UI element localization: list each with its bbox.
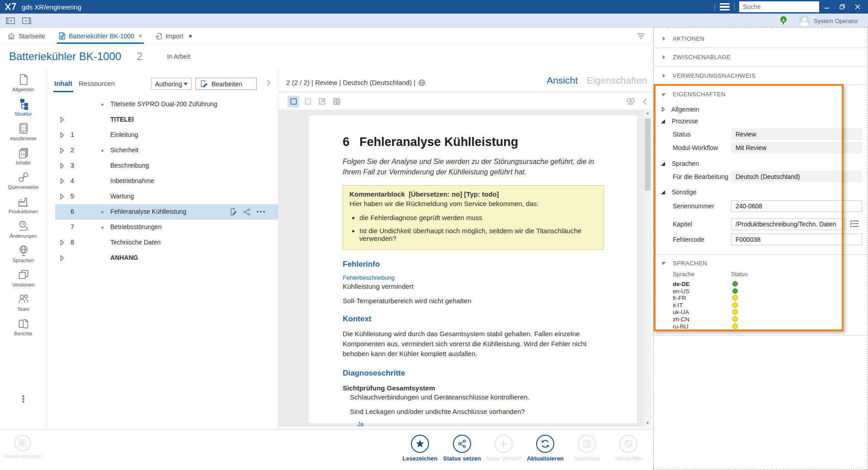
group-prozesse[interactable]: Prozesse — [654, 115, 868, 127]
speichern-button[interactable]: Speichern — [566, 435, 607, 462]
collapse-preview-icon[interactable] — [643, 98, 647, 105]
export-pdf-button[interactable] — [316, 96, 328, 108]
aktualisieren-button[interactable]: Aktualisieren — [525, 435, 566, 462]
group-allgemein[interactable]: Allgemein — [654, 103, 868, 115]
minimize-button[interactable] — [819, 0, 835, 14]
status-setzen-button[interactable]: Status setzen — [442, 435, 482, 462]
share-module-icon[interactable] — [243, 208, 250, 216]
doc-section-heading: Kontext — [343, 315, 604, 324]
language-row[interactable]: fr-FR — [654, 295, 868, 302]
section-zwischenablage[interactable]: ZWISCHENABLAGE — [654, 48, 868, 66]
tree-item[interactable]: 5 Wartung — [55, 189, 278, 204]
tab-import[interactable]: Import — [150, 28, 196, 44]
expand-icon[interactable] — [60, 163, 64, 169]
verwerfen-button[interactable]: Verwerfen — [608, 435, 649, 462]
fehlercode-input[interactable] — [731, 234, 862, 245]
sidebar-item-versionen[interactable]: Versionen — [0, 268, 47, 293]
group-sprachen[interactable]: Sprachen — [654, 158, 868, 169]
edit-button[interactable]: Bearbeiten — [195, 78, 257, 90]
expand-icon[interactable] — [60, 132, 64, 138]
edit-module-icon[interactable] — [230, 208, 237, 216]
close-button[interactable] — [850, 0, 865, 14]
language-row[interactable]: uk-UA — [654, 309, 868, 316]
user-name: System Operator — [814, 18, 858, 24]
expand-icon[interactable] — [60, 255, 64, 261]
tree-item[interactable]: 8 Technische Daten — [55, 235, 278, 250]
tree-item[interactable]: 1 Einleitung — [55, 127, 278, 143]
sidebar-item-produktionen[interactable]: Produktionen — [0, 195, 47, 220]
section-verwendungsnachweis[interactable]: VERWENDUNGSNACHWEIS — [654, 66, 868, 85]
link-icon — [17, 171, 30, 183]
tree-item[interactable]: 7 Betriebsstörungen — [55, 220, 278, 235]
sidebar-more-icon[interactable]: ••• — [22, 395, 25, 403]
plus-icon — [495, 435, 513, 453]
language-row[interactable]: ru-RU — [654, 323, 868, 330]
view-outline-button[interactable] — [302, 96, 314, 108]
expand-icon[interactable] — [60, 117, 64, 123]
language-row[interactable]: de-DE — [654, 281, 868, 288]
tree-item[interactable]: TITELEI — [55, 112, 278, 127]
section-eigenschaften[interactable]: EIGENSCHAFTEN — [654, 85, 868, 103]
sidebar-item-berichte[interactable]: Berichte — [0, 317, 47, 342]
sidebar-item-inhalte[interactable]: Inhalte — [0, 146, 47, 171]
save-icon — [578, 435, 596, 453]
tree-item[interactable]: 3 Beschreibung — [55, 158, 278, 174]
tree-item[interactable]: 4 Inbetriebnahme — [55, 174, 278, 189]
tree-sync-icon[interactable] — [779, 16, 788, 26]
group-sonstige[interactable]: Sonstige — [654, 186, 868, 198]
sidebar-item-easybrowse[interactable]: ? easybrowse — [0, 122, 47, 146]
user-avatar[interactable] — [799, 15, 810, 27]
sidebar-item-sprachen[interactable]: Sprachen — [0, 244, 47, 268]
collapse-tree-icon[interactable] — [267, 80, 270, 86]
sidebar-item-team[interactable]: Team — [0, 293, 47, 317]
sidebar-item-allgemein[interactable]: Allgemein — [0, 73, 47, 98]
neue-version-button[interactable]: Neue Version — [483, 435, 524, 462]
restore-button[interactable] — [835, 0, 850, 14]
scroll-down-icon[interactable]: ▼ — [644, 419, 651, 427]
tree-item[interactable]: Titelseite SYPRO Dual-200 Zuführung — [55, 97, 278, 112]
tree-item[interactable]: ANHANG — [55, 250, 278, 266]
expand-icon[interactable] — [60, 240, 64, 246]
expand-icon[interactable] — [60, 147, 64, 154]
tab-eigenschaften[interactable]: Eigenschaften — [587, 75, 647, 85]
collapse-right-panel-icon[interactable] — [21, 16, 33, 26]
menu-icon[interactable] — [720, 3, 730, 10]
tab-startseite[interactable]: Startseite — [3, 28, 50, 44]
language-row[interactable]: zh-CN — [654, 316, 868, 323]
section-aktionen[interactable]: AKTIONEN — [654, 29, 868, 47]
sidebar-item-querverweise[interactable]: Querverweise — [0, 171, 47, 195]
expand-icon[interactable] — [60, 193, 64, 200]
preview-language-button[interactable] — [331, 96, 343, 108]
language-row[interactable]: it-IT — [654, 302, 868, 309]
preview-scrollbar[interactable]: ▲ ▼ — [644, 109, 651, 427]
scrollbar-thumb[interactable] — [645, 118, 651, 191]
view-single-page-button[interactable] — [288, 96, 299, 108]
sidebar-item-struktur[interactable]: Struktur — [0, 98, 47, 122]
close-tab-icon[interactable]: × — [139, 33, 142, 39]
tab-inhalt[interactable]: Inhalt — [53, 80, 73, 92]
mode-dropdown[interactable]: Authoring — [151, 78, 192, 90]
language-row[interactable]: en-US — [654, 288, 868, 295]
section-sprachen-status[interactable]: SPRACHEN — [654, 255, 868, 271]
module-erzeugen-button[interactable]: Module erzeugen — [2, 435, 43, 459]
expand-icon[interactable] — [60, 178, 64, 184]
spellcheck-icon[interactable]: ABC — [626, 98, 636, 105]
kapitel-picker-icon[interactable] — [849, 219, 859, 228]
tab-ressourcen[interactable]: Ressourcen — [78, 80, 116, 91]
tab-ansicht[interactable]: Ansicht — [547, 75, 578, 85]
tab-batteriekuehler[interactable]: Batteriekühler BK-1000 × — [54, 28, 146, 44]
seriennummer-input[interactable] — [731, 200, 862, 212]
tree-item[interactable]: 2 Sicherheit — [55, 143, 278, 158]
search-input[interactable] — [739, 1, 819, 12]
doc-answer-yes[interactable]: Ja — [357, 421, 604, 427]
scroll-up-icon[interactable]: ▲ — [644, 109, 651, 117]
sidebar-item-aenderungen[interactable]: Änderungen — [0, 220, 47, 244]
collapse-left-panel-icon[interactable] — [5, 16, 16, 26]
more-options-icon[interactable] — [256, 211, 265, 213]
lesezeichen-button[interactable]: Lesezeichen — [400, 435, 440, 462]
kapitel-input[interactable] — [731, 218, 845, 230]
document-icon — [59, 32, 66, 40]
doc-link[interactable]: Fehlerbeschreibung — [343, 274, 604, 281]
tab-list-icon[interactable] — [637, 33, 645, 39]
tree-item-selected[interactable]: 6 Fehleranalyse Kühlleistung — [55, 204, 278, 220]
